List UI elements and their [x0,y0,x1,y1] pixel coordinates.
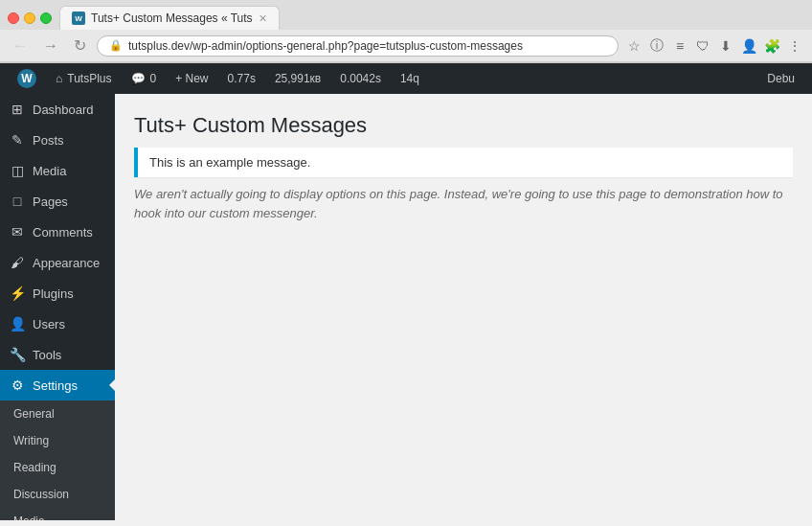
sidebar-item-tools[interactable]: 🔧 Tools [0,339,115,370]
sidebar-label-appearance: Appearance [33,256,100,270]
settings-arrow [109,379,115,391]
description-text: We aren't actually going to display opti… [134,185,793,222]
address-bar[interactable]: 🔒 tutsplus.dev/wp-admin/options-general.… [97,35,619,57]
plugins-icon: ⚡ [10,286,25,301]
settings-submenu: General Writing Reading Discussion Media… [0,400,115,520]
browser-chrome: W Tuts+ Custom Messages « Tuts ✕ ← → ↻ 🔒… [0,0,812,63]
info-icon[interactable]: ⓘ [647,36,666,56]
site-name-item[interactable]: ⌂ TutsPlus [46,63,122,94]
forward-button[interactable]: → [38,35,63,57]
comments-nav-icon: ✉ [10,224,25,240]
site-name: TutsPlus [67,72,111,85]
sidebar-label-dashboard: Dashboard [33,103,94,117]
perf1: 0.77s [228,72,256,85]
posts-icon: ✎ [10,132,25,148]
submenu-reading-label: Reading [13,461,56,474]
sidebar-item-settings[interactable]: ⚙ Settings [0,370,115,400]
notice-box: This is an example message. [134,148,793,177]
perf1-item: 0.77s [218,63,265,94]
minimize-dot[interactable] [24,12,35,24]
bookmark-icon[interactable]: ☆ [624,36,643,56]
comments-count: 0 [150,72,157,85]
settings-icon: ⚙ [10,377,25,393]
sidebar-label-tools: Tools [33,348,61,362]
submenu-writing-label: Writing [13,434,49,447]
browser-titlebar: W Tuts+ Custom Messages « Tuts ✕ [0,0,812,30]
submenu-general[interactable]: General [0,400,115,427]
perf2-item: 25,991кв [265,63,330,94]
sidebar: ⊞ Dashboard ✎ Posts ◫ Media □ Pages ✉ Co… [0,94,115,520]
perf3-item: 0.0042s [330,63,391,94]
page-title: Tuts+ Custom Messages [134,113,793,138]
shield-icon[interactable]: 🛡 [693,36,712,56]
perf2: 25,991кв [275,72,321,85]
comments-item[interactable]: 💬 0 [122,63,167,94]
sidebar-item-appearance[interactable]: 🖌 Appearance [0,247,115,278]
browser-toolbar: ← → ↻ 🔒 tutsplus.dev/wp-admin/options-ge… [0,30,812,62]
perf3: 0.0042s [340,72,381,85]
browser-tab[interactable]: W Tuts+ Custom Messages « Tuts ✕ [59,6,280,30]
submenu-media-label: Media [13,515,45,520]
new-label: + New [175,72,208,85]
perf4-item: 14q [391,63,429,94]
url-text: tutsplus.dev/wp-admin/options-general.ph… [128,39,606,53]
wp-logo-item[interactable]: W [8,63,46,94]
back-button[interactable]: ← [8,35,33,57]
appearance-icon: 🖌 [10,255,25,270]
debug-label: Debu [767,72,795,85]
sidebar-item-posts[interactable]: ✎ Posts [0,125,115,155]
media-icon: ◫ [10,163,25,178]
maximize-dot[interactable] [40,12,52,24]
admin-bar: W ⌂ TutsPlus 💬 0 + New 0.77s 25,991кв 0.… [0,63,812,94]
extension-icon[interactable]: 🧩 [762,36,781,56]
layers-icon[interactable]: ≡ [670,36,689,56]
sidebar-item-plugins[interactable]: ⚡ Plugins [0,278,115,309]
submenu-discussion-label: Discussion [13,488,69,501]
submenu-reading[interactable]: Reading [0,454,115,481]
wp-logo-letter: W [21,72,32,85]
sidebar-item-comments[interactable]: ✉ Comments [0,217,115,247]
sidebar-item-pages[interactable]: □ Pages [0,186,115,217]
main-content: Tuts+ Custom Messages This is an example… [115,94,812,520]
debug-item[interactable]: Debu [757,72,804,85]
tab-close-button[interactable]: ✕ [259,12,267,25]
browser-dots [8,12,52,24]
tools-icon: 🔧 [10,347,25,362]
dashboard-icon: ⊞ [10,102,25,117]
comments-icon: 💬 [131,72,146,85]
perf4: 14q [400,72,419,85]
wp-logo: W [17,69,36,88]
users-icon: 👤 [10,316,25,332]
submenu-discussion[interactable]: Discussion [0,481,115,508]
sidebar-label-plugins: Plugins [33,286,74,301]
sidebar-item-media[interactable]: ◫ Media [0,155,115,186]
sidebar-label-pages: Pages [33,194,68,209]
tab-favicon: W [72,11,85,25]
close-dot[interactable] [8,12,19,24]
sidebar-label-media: Media [33,164,66,178]
sidebar-label-users: Users [33,317,65,332]
notice-text: This is an example message. [149,155,781,170]
profile-icon[interactable]: 👤 [739,36,758,56]
sidebar-item-wrapper-settings: ⚙ Settings [0,370,115,400]
wp-main: ⊞ Dashboard ✎ Posts ◫ Media □ Pages ✉ Co… [0,94,812,520]
submenu-general-label: General [13,407,55,421]
wp-admin: W ⌂ TutsPlus 💬 0 + New 0.77s 25,991кв 0.… [0,63,812,520]
submenu-writing[interactable]: Writing [0,427,115,454]
tab-favicon-letter: W [75,14,82,23]
menu-icon[interactable]: ⋮ [785,36,804,56]
home-icon: ⌂ [56,72,62,85]
sidebar-item-dashboard[interactable]: ⊞ Dashboard [0,94,115,125]
sidebar-label-settings: Settings [33,378,78,393]
submenu-media[interactable]: Media [0,508,115,520]
secure-icon: 🔒 [109,39,123,52]
reload-button[interactable]: ↻ [69,34,91,57]
pages-icon: □ [10,194,25,209]
new-item[interactable]: + New [166,63,217,94]
download-icon[interactable]: ⬇ [716,36,735,56]
toolbar-icons: ☆ ⓘ ≡ 🛡 ⬇ 👤 🧩 ⋮ [624,36,804,56]
sidebar-item-users[interactable]: 👤 Users [0,309,115,339]
sidebar-label-posts: Posts [33,133,64,148]
tab-title: Tuts+ Custom Messages « Tuts [91,11,253,25]
sidebar-label-comments: Comments [33,225,93,240]
